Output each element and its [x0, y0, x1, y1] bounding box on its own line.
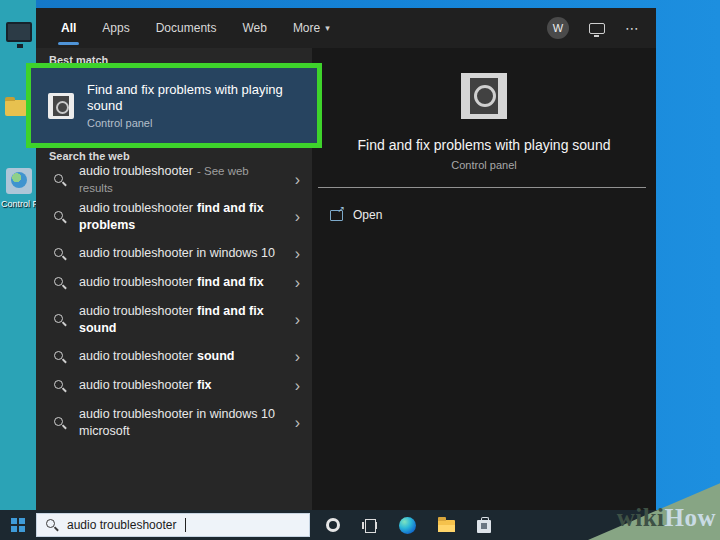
file-explorer-icon[interactable]	[438, 520, 455, 532]
chevron-right-icon: ›	[295, 246, 300, 262]
tab-documents[interactable]: Documents	[143, 8, 230, 48]
open-label: Open	[353, 208, 382, 222]
search-suggestion[interactable]: audio troubleshooter in windows 10 micro…	[36, 400, 312, 445]
search-suggestion[interactable]: audio troubleshooter in windows 10 ›	[36, 239, 312, 268]
desktop-icon-control-panel[interactable]	[6, 168, 32, 194]
troubleshooter-icon	[48, 93, 74, 119]
search-suggestion[interactable]: audio troubleshooterfix ›	[36, 371, 312, 400]
taskbar-search-input[interactable]: audio troubleshooter	[36, 513, 310, 537]
open-icon: ↗	[330, 210, 343, 221]
search-icon	[53, 350, 67, 364]
cortana-icon[interactable]	[326, 518, 340, 532]
tab-all[interactable]: All	[48, 8, 89, 48]
chevron-down-icon: ▾	[325, 23, 330, 33]
search-icon	[53, 416, 67, 430]
search-suggestion[interactable]: audio troubleshooterfind and fix problem…	[36, 194, 312, 239]
chevron-right-icon: ›	[295, 378, 300, 394]
search-suggestion[interactable]: audio troubleshootersound ›	[36, 342, 312, 371]
best-match-subtitle: Control panel	[87, 117, 292, 129]
chevron-right-icon: ›	[295, 172, 300, 188]
windows-logo-icon	[11, 518, 25, 532]
search-icon	[53, 276, 67, 290]
best-match-result[interactable]: Find and fix problems with playing sound…	[26, 63, 322, 148]
troubleshooter-app-icon	[461, 73, 507, 119]
ellipsis-menu-icon[interactable]: ⋯	[625, 20, 640, 36]
user-avatar[interactable]: W	[547, 17, 569, 39]
web-suggestions-list: audio troubleshooterSee web results › au…	[36, 165, 312, 445]
search-suggestion[interactable]: audio troubleshooterfind and fix ›	[36, 268, 312, 297]
search-icon	[53, 210, 67, 224]
search-icon	[53, 379, 67, 393]
chevron-right-icon: ›	[295, 349, 300, 365]
start-button[interactable]	[0, 510, 36, 540]
search-icon	[53, 173, 67, 187]
chevron-right-icon: ›	[295, 275, 300, 291]
chevron-right-icon: ›	[295, 312, 300, 328]
search-icon	[53, 247, 67, 261]
preview-divider	[318, 187, 646, 188]
tab-more[interactable]: More ▾	[280, 8, 343, 48]
preview-title: Find and fix problems with playing sound	[312, 137, 656, 153]
search-icon	[53, 313, 67, 327]
edge-browser-icon[interactable]	[399, 517, 416, 534]
microsoft-store-icon[interactable]	[477, 520, 491, 533]
chevron-right-icon: ›	[295, 415, 300, 431]
open-action[interactable]: ↗ Open	[330, 208, 382, 222]
device-icon[interactable]	[589, 23, 605, 34]
search-icon	[45, 518, 59, 532]
task-view-icon[interactable]	[362, 519, 377, 532]
preview-subtitle: Control panel	[312, 159, 656, 171]
text-caret	[185, 518, 186, 532]
desktop-icon-folder[interactable]	[5, 100, 27, 116]
tab-web[interactable]: Web	[229, 8, 279, 48]
wikihow-watermark-text: wikiHow	[617, 504, 716, 532]
chevron-right-icon: ›	[295, 209, 300, 225]
best-match-title: Find and fix problems with playing sound	[87, 82, 292, 115]
preview-pane: Find and fix problems with playing sound…	[312, 48, 656, 510]
search-suggestion[interactable]: audio troubleshooterfind and fix sound ›	[36, 297, 312, 342]
search-suggestion[interactable]: audio troubleshooterSee web results ›	[36, 165, 312, 194]
search-the-web-label: Search the web	[49, 150, 130, 162]
search-filter-tabs: All Apps Documents Web More ▾ W ⋯	[36, 8, 656, 48]
search-input-value: audio troubleshooter	[67, 518, 176, 532]
desktop-icon-pc[interactable]	[6, 22, 32, 42]
tab-apps[interactable]: Apps	[89, 8, 142, 48]
